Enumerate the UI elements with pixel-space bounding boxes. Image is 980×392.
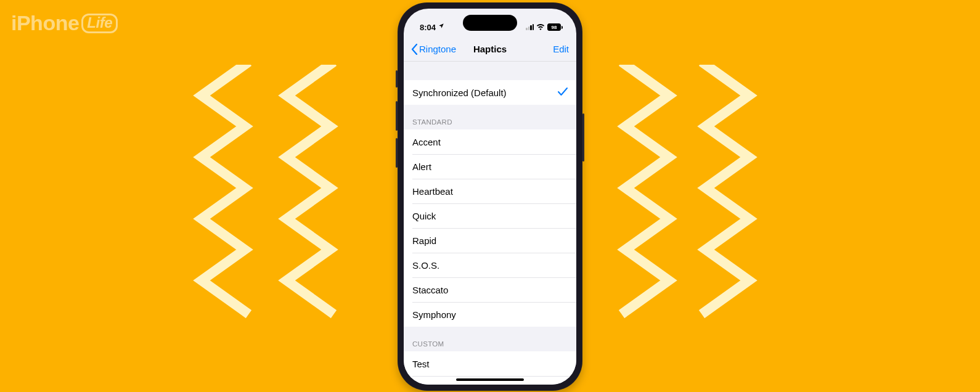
list-item-label: S.O.S. xyxy=(412,260,439,271)
checkmark-icon xyxy=(558,88,568,98)
phone-screen: 8:04 98 Ringt xyxy=(404,9,576,385)
status-time: 8:04 xyxy=(420,23,436,32)
location-icon xyxy=(438,23,444,30)
decoration-zigzag xyxy=(186,65,260,324)
list-item[interactable]: Staccato xyxy=(404,277,576,302)
list-item[interactable]: Alert xyxy=(404,154,576,179)
phone-side-button xyxy=(396,70,398,88)
list-item-label: Synchronized (Default) xyxy=(412,88,507,98)
phone-side-button xyxy=(396,101,398,131)
default-group: Synchronized (Default) xyxy=(404,80,576,105)
list-item-label: Test xyxy=(412,359,430,369)
list-item-label: Accent xyxy=(412,137,441,147)
phone-side-button xyxy=(582,113,584,161)
group-header: CUSTOM xyxy=(404,340,576,351)
standard-group: STANDARD Accent Alert Heartbeat Quick Ra… xyxy=(404,118,576,327)
list-item[interactable]: Symphony xyxy=(404,302,576,327)
wifi-icon xyxy=(536,23,545,32)
status-time-group: 8:04 xyxy=(420,23,444,32)
list-item-label: Staccato xyxy=(412,285,448,295)
list-item-label: Alert xyxy=(412,161,431,172)
watermark-logo: iPhone Life xyxy=(11,11,118,35)
back-label: Ringtone xyxy=(419,44,456,54)
chevron-right-icon xyxy=(563,383,568,385)
list-item[interactable]: Accent xyxy=(404,129,576,154)
list-item[interactable]: S.O.S. xyxy=(404,253,576,277)
list-item-label: Create New Vibration xyxy=(412,383,500,385)
edit-button[interactable]: Edit xyxy=(553,44,569,54)
decoration-zigzag xyxy=(690,65,764,324)
list-item[interactable]: Rapid xyxy=(404,228,576,253)
back-button[interactable]: Ringtone xyxy=(411,44,456,55)
list-item[interactable]: Heartbeat xyxy=(404,179,576,203)
list-item-label: Quick xyxy=(412,211,436,221)
decoration-zigzag xyxy=(271,65,345,324)
cellular-icon xyxy=(526,24,534,30)
phone-frame: 8:04 98 Ringt xyxy=(398,2,582,391)
group-header: STANDARD xyxy=(404,118,576,129)
watermark-prefix: iPhone xyxy=(11,11,79,35)
list-item-label: Rapid xyxy=(412,235,436,246)
list-item-label: Heartbeat xyxy=(412,186,453,197)
dynamic-island xyxy=(463,15,517,31)
page-title: Haptics xyxy=(473,44,507,54)
decoration-zigzag xyxy=(610,65,684,324)
list-item[interactable]: Synchronized (Default) xyxy=(404,80,576,105)
list-item[interactable]: Quick xyxy=(404,203,576,228)
home-indicator[interactable] xyxy=(456,378,524,381)
list-item[interactable]: Test xyxy=(404,351,576,376)
battery-icon: 98 xyxy=(547,23,563,31)
battery-level: 98 xyxy=(547,23,561,31)
nav-bar: Ringtone Haptics Edit xyxy=(404,37,576,62)
chevron-left-icon xyxy=(411,44,418,55)
phone-side-button xyxy=(396,138,398,168)
watermark-suffix: Life xyxy=(81,14,118,33)
settings-content[interactable]: Synchronized (Default) STANDARD Accent A… xyxy=(404,62,576,385)
status-right-group: 98 xyxy=(526,23,563,32)
list-item-label: Symphony xyxy=(412,309,456,320)
